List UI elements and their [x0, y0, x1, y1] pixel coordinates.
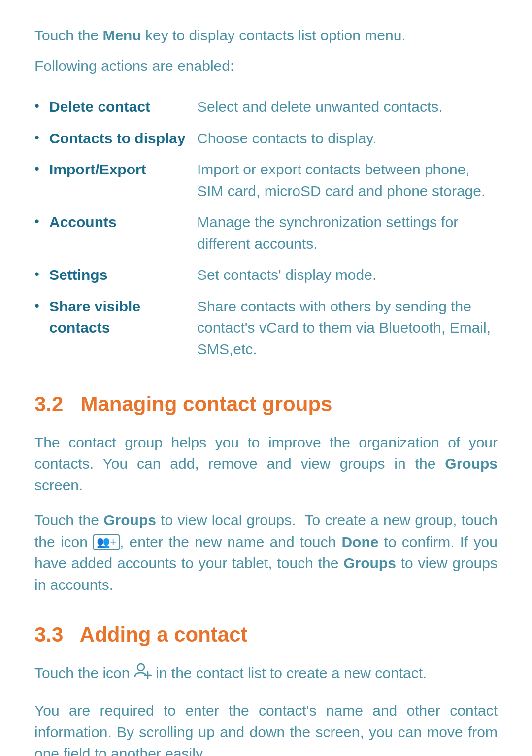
desc-accounts: Manage the synchronization settings for … — [197, 206, 498, 259]
table-row: • Accounts Manage the synchronization se… — [34, 206, 498, 259]
section-33-para1: Touch the icon in the contact list to cr… — [34, 662, 498, 686]
table-row: • Delete contact Select and delete unwan… — [34, 91, 498, 123]
term-import-export: Import/Export — [49, 154, 197, 206]
section-32-para2: Touch the Groups to view local groups. T… — [34, 510, 498, 595]
term-delete-contact: Delete contact — [49, 91, 197, 123]
intro-line2: Following actions are enabled: — [34, 55, 498, 77]
section-33-number: 3.3 — [34, 623, 63, 646]
table-row: • Contacts to display Choose contacts to… — [34, 123, 498, 154]
term-share-visible: Share visiblecontacts — [49, 291, 197, 365]
add-contact-icon — [134, 662, 152, 686]
intro-line1: Touch the Menu key to display contacts l… — [34, 25, 498, 46]
section-32-heading: 3.2 Managing contact groups — [34, 389, 498, 419]
groups-icon: 👥+ — [93, 534, 120, 550]
desc-contacts-display: Choose contacts to display. — [197, 123, 498, 154]
table-row: • Import/Export Import or export contact… — [34, 154, 498, 206]
section-33-title: Adding a contact — [80, 623, 248, 646]
groups-bold-2: Groups — [103, 512, 156, 528]
bullet: • — [34, 123, 49, 154]
groups-bold-3: Groups — [343, 555, 396, 571]
section-32-para1: The contact group helps you to improve t… — [34, 432, 498, 496]
bullet: • — [34, 91, 49, 123]
bullet: • — [34, 206, 49, 259]
table-row: • Share visiblecontacts Share contacts w… — [34, 291, 498, 365]
desc-import-export: Import or export contacts between phone,… — [197, 154, 498, 206]
done-bold: Done — [341, 534, 378, 550]
term-settings: Settings — [49, 259, 197, 291]
section-33-para2: You are required to enter the contact's … — [34, 700, 498, 756]
section-32-title: Managing contact groups — [80, 392, 332, 415]
term-accounts: Accounts — [49, 206, 197, 259]
section-33-heading: 3.3 Adding a contact — [34, 620, 498, 650]
table-row: • Settings Set contacts' display mode. — [34, 259, 498, 291]
bullet: • — [34, 291, 49, 365]
groups-bold-1: Groups — [445, 455, 498, 472]
menu-table: • Delete contact Select and delete unwan… — [34, 91, 498, 365]
term-contacts-display: Contacts to display — [49, 123, 197, 154]
svg-point-0 — [137, 664, 144, 671]
section-32-number: 3.2 — [34, 392, 63, 415]
bullet: • — [34, 154, 49, 206]
desc-settings: Set contacts' display mode. — [197, 259, 498, 291]
desc-share-visible: Share contacts with others by sending th… — [197, 291, 498, 365]
menu-bold: Menu — [102, 27, 141, 43]
desc-delete-contact: Select and delete unwanted contacts. — [197, 91, 498, 123]
bullet: • — [34, 259, 49, 291]
